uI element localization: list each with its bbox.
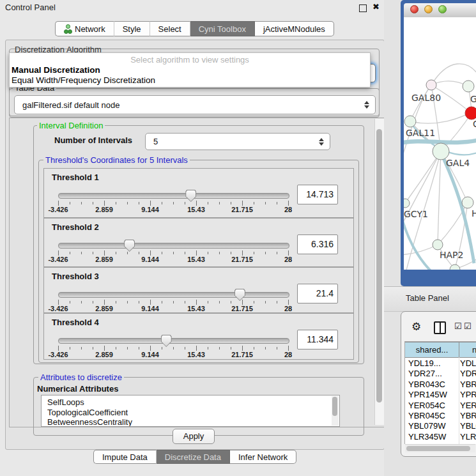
slider-tick (150, 201, 151, 206)
network-node-g[interactable] (463, 81, 474, 92)
zoom-traffic-light-icon[interactable] (438, 5, 447, 13)
slider-tick (242, 250, 243, 256)
slider-tick (277, 301, 277, 303)
gear-icon[interactable]: ⚙ (411, 320, 421, 333)
slider-thumb[interactable] (234, 289, 245, 301)
slider-tick (277, 347, 277, 349)
table-row[interactable]: YBL079WYBL0 (405, 421, 476, 431)
table-row[interactable]: YPR145WYPR1 (405, 390, 476, 400)
dropdown-option[interactable]: Manual Discretization (12, 65, 100, 75)
tab-cyni-toolbox[interactable]: Cyni Toolbox (190, 21, 255, 36)
minimize-traffic-light-icon[interactable] (424, 5, 433, 13)
threshold-value-field[interactable]: 21.4 (297, 284, 338, 303)
threshold-value-field[interactable]: 6.316 (297, 234, 338, 254)
network-edge (404, 140, 476, 143)
table-panel-titlebar: Table Panel (384, 286, 476, 312)
slider-thumb[interactable] (185, 190, 196, 202)
cell-name: YBL0 (460, 421, 476, 431)
table-horizontal-scrollbar[interactable] (405, 444, 475, 452)
scrollbar-thumb[interactable] (376, 129, 382, 403)
settings-vertical-scrollbar[interactable] (374, 119, 384, 425)
tab-style[interactable]: Style (114, 21, 150, 36)
tick-label: 21.715 (231, 256, 253, 263)
network-canvas[interactable]: GAL80GCGAL11GAL4GCY1HHAP2 (404, 17, 476, 270)
slider-thumb[interactable] (124, 240, 135, 252)
network-node-gal80[interactable] (426, 80, 436, 90)
checkbox-icon[interactable]: ☑ (464, 321, 472, 331)
apply-button[interactable]: Apply (173, 429, 215, 444)
column-header[interactable]: shared... (404, 342, 459, 358)
network-node-c[interactable] (465, 107, 476, 119)
slider-tick (196, 250, 197, 256)
float-window-icon[interactable] (359, 4, 367, 12)
cell-name: YDL1 (460, 358, 476, 368)
slider-tick (150, 250, 151, 256)
slider-tick (185, 202, 185, 204)
scrollbar-thumb[interactable] (332, 397, 337, 416)
network-node-hap2[interactable] (433, 240, 443, 250)
threshold-value-field[interactable]: 14.713 (297, 185, 338, 204)
slider-tick (58, 346, 59, 351)
list-item[interactable]: SelfLoops (47, 397, 84, 407)
slider-tick (104, 300, 105, 305)
network-node-gal11[interactable] (404, 116, 416, 127)
table-row[interactable]: YBR045CYBR0 (405, 411, 476, 421)
slider-track[interactable] (58, 292, 289, 298)
cell-name: YBR0 (460, 411, 476, 420)
network-icon (64, 24, 72, 34)
slider-track[interactable] (58, 243, 289, 249)
threshold-value-field[interactable]: 11.344 (297, 330, 338, 349)
number-of-intervals-combobox[interactable]: 5 (145, 133, 330, 150)
tab-label: Select (158, 24, 181, 34)
slider-track[interactable] (58, 338, 289, 344)
checkbox-icon[interactable]: ☑ (454, 321, 462, 331)
tick-label: 21.715 (231, 305, 253, 312)
tab-label: jActiveMNodules (263, 24, 325, 34)
table-row[interactable]: YLR345WYLR3 (405, 432, 476, 442)
node-table[interactable]: shared...name YDL19...YDL1YDR27...YDR2YB… (404, 341, 476, 444)
tab-infer-network[interactable]: Infer Network (230, 450, 296, 464)
network-node-gcy1[interactable] (404, 199, 410, 208)
table-row[interactable]: YDL19...YDL1 (405, 358, 476, 369)
tab-impute-data[interactable]: Impute Data (93, 450, 157, 464)
scrollbar-thumb[interactable] (406, 446, 470, 451)
tick-label: 9.144 (141, 206, 159, 213)
tab-jactivemnodules[interactable]: jActiveMNodules (255, 21, 334, 36)
slider-tick (116, 202, 116, 204)
cell-shared-name: YER054C (408, 401, 445, 410)
slider-tick (116, 347, 116, 349)
table-data-combobox[interactable]: galFiltered.sif default node (14, 95, 376, 114)
list-scrollbar[interactable] (332, 396, 339, 426)
close-icon[interactable]: ✖ (372, 2, 380, 12)
numerical-attributes-label: Numerical Attributes (37, 384, 118, 394)
table-panel-title: Table Panel (406, 293, 449, 303)
column-header[interactable]: name (459, 342, 476, 358)
tab-discretize-data[interactable]: Discretize Data (157, 450, 230, 464)
slider-track[interactable] (58, 193, 289, 199)
threshold-label: Threshold 4 (52, 318, 99, 327)
list-item[interactable]: TopologicalCoefficient (47, 408, 128, 417)
table-row[interactable]: YER054CYER0 (405, 401, 476, 411)
dropdown-option[interactable]: Equal Width/Frequency Discretization (12, 75, 155, 86)
slider-tick (173, 347, 174, 349)
tick-label: -3.426 (48, 256, 68, 263)
tab-label: Discretize Data (165, 452, 221, 462)
tab-network[interactable]: Network (55, 21, 114, 36)
columns-icon[interactable] (434, 321, 446, 334)
tab-select[interactable]: Select (150, 21, 190, 36)
slider-tick (196, 346, 197, 351)
network-node-h[interactable] (462, 197, 473, 208)
tick-label: 15.43 (187, 305, 205, 312)
tick-label: 9.144 (141, 305, 159, 312)
close-traffic-light-icon[interactable] (410, 5, 418, 13)
list-item[interactable]: BetweennessCentrality (47, 417, 132, 427)
app-root: Control Panel ✖ NetworkStyleSelectCyni T… (0, 0, 476, 476)
table-row[interactable]: YDR27...YDR2 (405, 369, 476, 379)
table-row[interactable]: YBR043CYBR0 (405, 380, 476, 390)
slider-tick (288, 300, 289, 305)
slider-tick (231, 347, 231, 349)
numerical-attributes-list[interactable]: SelfLoopsTopologicalCoefficientBetweenne… (41, 395, 340, 427)
slider-tick (231, 252, 231, 254)
node-label: GAL80 (411, 93, 441, 103)
slider-thumb[interactable] (161, 335, 172, 347)
